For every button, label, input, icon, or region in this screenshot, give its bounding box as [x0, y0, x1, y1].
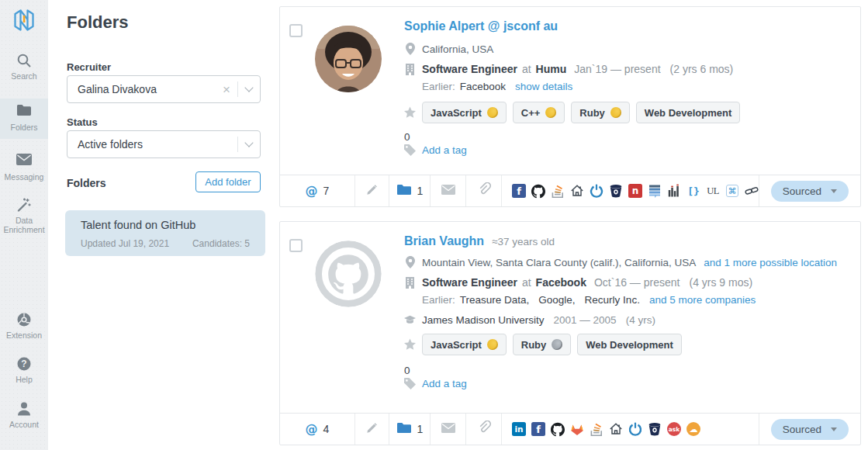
sidebar-item-account[interactable]: Account: [0, 401, 48, 429]
edit-note-button[interactable]: [355, 421, 389, 438]
sidebar-item-label: Account: [9, 420, 39, 429]
chevron-down-icon: [831, 428, 837, 431]
email-button[interactable]: [431, 422, 465, 436]
folder-icon: [16, 104, 32, 119]
skill-badge[interactable]: Web Development: [577, 334, 681, 355]
select-checkbox[interactable]: [289, 239, 303, 252]
skill-badge[interactable]: Ruby: [513, 334, 572, 355]
link-icon[interactable]: [745, 184, 759, 198]
tags-count: 0: [404, 131, 849, 143]
skill-badges: JavaScript Ruby Web Development: [422, 334, 682, 355]
stackoverflow-icon[interactable]: [590, 422, 603, 436]
email-button[interactable]: [431, 184, 465, 198]
skill-badge[interactable]: C++: [513, 102, 565, 123]
folders-count: 1: [417, 423, 424, 435]
equalizer-icon[interactable]: [667, 184, 681, 198]
recruiter-select[interactable]: Galina Divakova ×: [67, 75, 261, 103]
github-icon[interactable]: [551, 422, 565, 436]
status-value: Active folders: [78, 138, 237, 151]
candidate-name[interactable]: Brian Vaughn: [404, 234, 484, 248]
sidebar-item-extension[interactable]: Extension: [0, 312, 48, 340]
underline-icon[interactable]: UL: [706, 184, 720, 198]
gitlab-icon[interactable]: [570, 422, 584, 436]
job-dates: Jan`19 — present: [574, 63, 660, 75]
earlier-company: Facebook: [460, 81, 506, 92]
brackets-icon[interactable]: [}: [686, 184, 700, 198]
star-icon[interactable]: [404, 338, 416, 351]
soundcloud-icon[interactable]: ☁: [686, 422, 700, 436]
command-icon[interactable]: ⌘: [725, 184, 739, 198]
avatar-github-placeholder[interactable]: [315, 241, 382, 307]
sidebar-item-help[interactable]: ? Help: [0, 356, 48, 384]
folder-card[interactable]: Talent found on GitHub Updated Jul 19, 2…: [65, 210, 265, 256]
skill-badges: JavaScript C++ Ruby Web Development: [422, 102, 740, 123]
sourced-status-dropdown[interactable]: Sourced: [771, 181, 849, 202]
select-checkbox[interactable]: [289, 24, 303, 37]
folder-candidates-count: Candidates: 5: [192, 238, 250, 249]
website-home-icon[interactable]: [609, 422, 623, 436]
medal-icon: [487, 339, 498, 350]
candidate-card: Brian Vaughn ≈37 years old Mountain View…: [279, 221, 861, 445]
envelope-icon: [441, 184, 455, 198]
job-company: Facebook: [536, 276, 586, 289]
skill-badge[interactable]: Ruby: [571, 102, 630, 123]
sidebar-item-label: Search: [11, 71, 36, 81]
status-select[interactable]: Active folders: [67, 130, 261, 158]
skill-label: JavaScript: [431, 107, 482, 119]
paperclip-icon: [477, 182, 491, 199]
sidebar-item-messaging[interactable]: Messaging: [0, 154, 48, 182]
sidebar-item-folders[interactable]: Folders: [0, 99, 48, 139]
askfm-icon[interactable]: ask: [667, 422, 681, 436]
stackexchange-icon[interactable]: [648, 184, 662, 198]
bitbucket-icon[interactable]: [609, 184, 623, 198]
candidate-location: Mountain View, Santa Clara County (calif…: [422, 257, 696, 268]
more-locations-link[interactable]: and 1 more possible location: [704, 257, 837, 268]
folders-section-label: Folders: [67, 177, 106, 189]
mentions-button[interactable]: @ 4: [280, 422, 354, 437]
star-icon[interactable]: [404, 106, 416, 119]
sidebar-item-data-enrichment[interactable]: Data Enrichment: [0, 197, 48, 234]
sourced-status-dropdown[interactable]: Sourced: [771, 419, 849, 440]
clear-icon[interactable]: ×: [223, 83, 230, 96]
chevron-down-icon[interactable]: [244, 138, 253, 147]
skill-badge[interactable]: JavaScript: [422, 102, 507, 123]
bitbucket-icon[interactable]: [648, 422, 662, 436]
job-title: Software Engineer: [422, 63, 517, 75]
linkedin-icon[interactable]: in: [512, 422, 526, 436]
avatar[interactable]: [315, 26, 382, 92]
mentions-button[interactable]: @ 7: [280, 184, 354, 199]
attachment-button[interactable]: [466, 182, 501, 199]
more-companies-link[interactable]: and 5 more companies: [649, 294, 756, 306]
add-tag-link[interactable]: Add a tag: [422, 378, 467, 389]
facebook-icon[interactable]: f: [531, 422, 545, 436]
mentions-count: 7: [323, 185, 330, 197]
app-logo-icon[interactable]: [10, 6, 38, 34]
earlier-company: Recurly Inc.: [585, 294, 640, 306]
power-icon[interactable]: [628, 422, 642, 436]
folder-title: Talent found on GitHub: [81, 219, 250, 231]
power-icon[interactable]: [590, 184, 603, 198]
sidebar-item-label: Data Enrichment: [3, 216, 44, 234]
skill-badge[interactable]: Web Development: [636, 102, 740, 123]
skill-badge[interactable]: JavaScript: [422, 334, 507, 355]
npm-icon[interactable]: n: [628, 184, 642, 198]
social-links: in f: [502, 422, 700, 436]
add-folder-button[interactable]: Add folder: [195, 171, 261, 192]
sidebar-item-label: Extension: [6, 331, 42, 340]
earlier-company: Treasure Data,: [460, 294, 530, 306]
sidebar-item-search[interactable]: Search: [0, 53, 48, 81]
status-label: Status: [67, 116, 98, 128]
website-home-icon[interactable]: [570, 184, 584, 198]
add-tag-link[interactable]: Add a tag: [422, 144, 467, 156]
folders-button[interactable]: 1: [389, 422, 430, 437]
candidate-name[interactable]: Sophie Alpert @ jsconf au: [404, 19, 558, 33]
show-details-link[interactable]: show details: [515, 81, 572, 92]
edit-note-button[interactable]: [355, 182, 389, 199]
facebook-icon[interactable]: f: [512, 184, 526, 198]
attachment-button[interactable]: [466, 421, 501, 438]
github-icon[interactable]: [531, 184, 545, 198]
chevron-down-icon[interactable]: [244, 83, 253, 92]
folders-button[interactable]: 1: [389, 184, 430, 199]
stackoverflow-icon[interactable]: [551, 184, 565, 198]
chevron-down-icon: [831, 189, 837, 193]
